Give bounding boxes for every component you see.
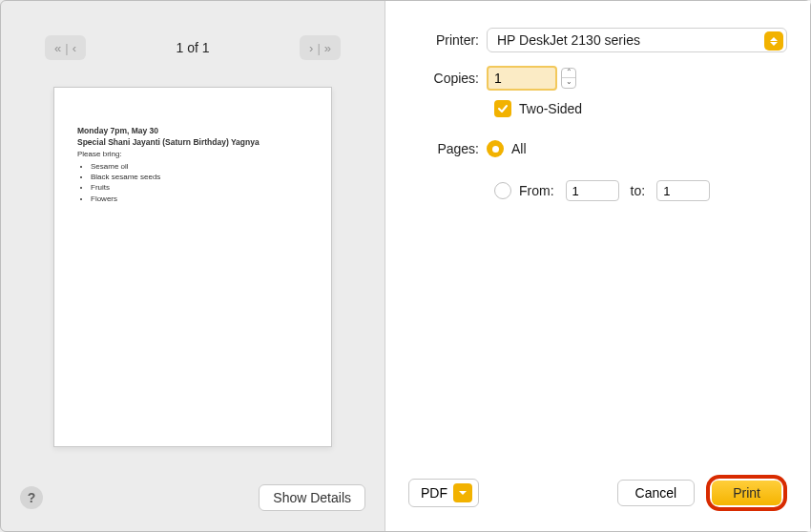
preview-list-item: Flowers (91, 194, 308, 204)
printer-row: Printer: HP DeskJet 2130 series (408, 28, 787, 52)
copies-row: Copies: ⌃ ⌄ (408, 66, 787, 91)
preview-footer: ? Show Details (1, 464, 385, 531)
pages-all-label: All (511, 141, 527, 156)
print-dialog: « | ‹ 1 of 1 › | » Monday 7pm, May 30 Sp… (0, 0, 811, 532)
pages-to-label: to: (631, 183, 646, 198)
settings-pane: Printer: HP DeskJet 2130 series Copies: … (385, 1, 810, 531)
last-page-icon: » (324, 41, 331, 55)
preview-pane: « | ‹ 1 of 1 › | » Monday 7pm, May 30 Sp… (1, 1, 385, 531)
print-button[interactable]: Print (712, 481, 781, 505)
preview-title-1: Monday 7pm, May 30 (77, 126, 308, 137)
pages-range-row: From: to: (494, 180, 787, 201)
pages-from-label: From: (519, 183, 554, 198)
up-down-icon (764, 31, 783, 51)
page-nav-row: « | ‹ 1 of 1 › | » (1, 1, 385, 68)
pages-from-input[interactable] (566, 180, 619, 201)
printer-label: Printer: (408, 32, 487, 48)
pages-row: Pages: All (408, 140, 787, 157)
printer-select[interactable]: HP DeskJet 2130 series (487, 28, 787, 52)
preview-title-2: Special Shani Jayanti (Saturn Birthday) … (77, 137, 308, 149)
next-page-icon: › (309, 41, 313, 55)
pdf-menu-button[interactable]: PDF (408, 479, 479, 507)
prev-page-buttons[interactable]: « | ‹ (45, 35, 86, 60)
settings-footer: PDF Cancel Print (408, 470, 787, 516)
two-sided-row: Two-Sided (494, 100, 787, 117)
stepper-down-icon[interactable]: ⌄ (562, 78, 575, 88)
pages-from-radio[interactable] (494, 182, 511, 199)
pdf-button-label: PDF (421, 485, 447, 501)
page-indicator: 1 of 1 (176, 40, 209, 55)
page-preview: Monday 7pm, May 30 Special Shani Jayanti… (53, 87, 332, 447)
print-button-highlight: Print (706, 475, 787, 511)
preview-list-item: Fruits (91, 182, 308, 193)
next-page-buttons[interactable]: › | » (300, 35, 341, 60)
printer-selected-value: HP DeskJet 2130 series (497, 32, 640, 48)
check-icon (497, 103, 509, 114)
chevron-down-icon (453, 483, 472, 502)
preview-please-bring: Please bring: (77, 149, 308, 159)
pages-to-input[interactable] (656, 180, 710, 201)
pages-all-radio[interactable] (487, 140, 504, 157)
preview-list: Sesame oil Black sesame seeds Fruits Flo… (77, 161, 308, 204)
copies-label: Copies: (408, 71, 487, 86)
preview-list-item: Black sesame seeds (91, 172, 308, 182)
help-button[interactable]: ? (20, 486, 43, 509)
two-sided-label: Two-Sided (519, 101, 582, 116)
show-details-button[interactable]: Show Details (259, 484, 365, 511)
copies-stepper[interactable]: ⌃ ⌄ (561, 68, 576, 89)
prev-page-icon: ‹ (73, 41, 76, 55)
cancel-button[interactable]: Cancel (617, 480, 696, 506)
copies-input[interactable] (487, 66, 557, 91)
preview-list-item: Sesame oil (91, 161, 308, 172)
two-sided-checkbox[interactable] (494, 100, 511, 117)
first-page-icon: « (54, 41, 61, 55)
pages-label: Pages: (408, 141, 487, 156)
